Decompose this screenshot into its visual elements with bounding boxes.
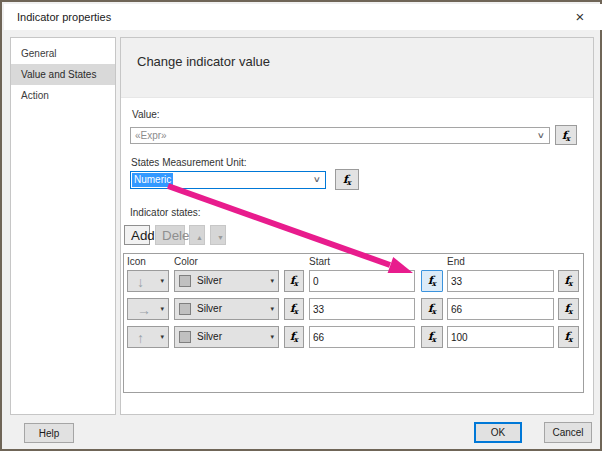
color-expression-button[interactable]: fx xyxy=(284,298,304,320)
start-value-input[interactable] xyxy=(309,298,415,320)
end-value-input[interactable] xyxy=(447,270,554,292)
delete-state-button[interactable]: Delete xyxy=(155,225,185,245)
dropdown-caret-icon: ▾ xyxy=(160,305,164,313)
color-dropdown[interactable]: Silver ▾ xyxy=(174,270,279,292)
screenshot-stage: Indicator properties × General Value and… xyxy=(0,0,602,455)
icon-dropdown[interactable]: → ▾ xyxy=(127,298,169,320)
smu-expression-button[interactable]: fx xyxy=(335,169,359,190)
color-swatch xyxy=(179,331,191,343)
color-swatch xyxy=(179,275,191,287)
value-label: Value: xyxy=(132,109,160,120)
column-header-end: End xyxy=(447,256,465,267)
value-dropdown[interactable]: «Expr» ∨ xyxy=(130,127,550,144)
color-name: Silver xyxy=(197,327,222,347)
title-bar: Indicator properties × xyxy=(4,4,602,30)
indicator-states-table: Icon Color Start End ↓ ▾ Silver ▾ xyxy=(123,253,584,393)
column-header-start: Start xyxy=(309,256,330,267)
end-expression-button[interactable]: fx xyxy=(558,326,579,348)
end-value-input[interactable] xyxy=(447,298,554,320)
dropdown-caret-icon: ▾ xyxy=(160,277,164,285)
start-expression-button-highlighted[interactable]: fx xyxy=(421,270,443,292)
dropdown-caret-icon: ▾ xyxy=(270,333,274,341)
end-value-input[interactable] xyxy=(447,326,554,348)
column-header-icon: Icon xyxy=(127,256,146,267)
down-arrow-icon: ↓ xyxy=(137,272,144,292)
states-measurement-unit-label: States Measurement Unit: xyxy=(131,157,247,168)
page-title: Change indicator value xyxy=(137,54,270,69)
close-icon[interactable]: × xyxy=(564,4,596,30)
start-value-input[interactable] xyxy=(309,326,415,348)
move-state-up-button[interactable]: ▲ xyxy=(189,225,205,245)
value-expression-button[interactable]: fx xyxy=(555,125,577,145)
up-arrow-icon: ↑ xyxy=(137,328,144,348)
sidebar-item-general[interactable]: General xyxy=(11,43,115,64)
chevron-down-icon: ∨ xyxy=(313,176,321,184)
dropdown-caret-icon: ▾ xyxy=(270,305,274,313)
main-panel: Change indicator value Value: «Expr» ∨ f… xyxy=(120,37,594,415)
color-name: Silver xyxy=(197,271,222,291)
sidebar-item-action[interactable]: Action xyxy=(11,85,115,106)
indicator-properties-dialog: Indicator properties × General Value and… xyxy=(0,0,602,451)
down-arrow-icon: ▼ xyxy=(217,234,224,241)
up-arrow-icon: ▲ xyxy=(196,234,203,241)
add-state-button[interactable]: Add xyxy=(124,225,150,245)
start-expression-button[interactable]: fx xyxy=(421,326,443,348)
help-button[interactable]: Help xyxy=(24,423,74,443)
start-value-input[interactable] xyxy=(309,270,415,292)
move-state-down-button[interactable]: ▼ xyxy=(210,225,226,245)
color-swatch xyxy=(179,303,191,315)
color-expression-button[interactable]: fx xyxy=(284,326,304,348)
end-expression-button[interactable]: fx xyxy=(558,298,579,320)
states-measurement-unit-value: Numeric xyxy=(132,173,173,187)
chevron-down-icon: ∨ xyxy=(537,131,545,139)
right-arrow-icon: → xyxy=(137,300,151,320)
icon-dropdown[interactable]: ↑ ▾ xyxy=(127,326,169,348)
value-dropdown-text: «Expr» xyxy=(131,128,167,143)
color-dropdown[interactable]: Silver ▾ xyxy=(174,298,279,320)
dialog-title: Indicator properties xyxy=(17,4,111,30)
page-heading-band: Change indicator value xyxy=(121,38,593,98)
color-name: Silver xyxy=(197,299,222,319)
column-header-color: Color xyxy=(174,256,198,267)
category-sidebar: General Value and States Action xyxy=(10,37,116,415)
end-expression-button[interactable]: fx xyxy=(558,270,579,292)
color-dropdown[interactable]: Silver ▾ xyxy=(174,326,279,348)
cancel-button[interactable]: Cancel xyxy=(544,422,592,443)
start-expression-button[interactable]: fx xyxy=(421,298,443,320)
icon-dropdown[interactable]: ↓ ▾ xyxy=(127,270,169,292)
indicator-states-label: Indicator states: xyxy=(130,207,201,218)
ok-button[interactable]: OK xyxy=(474,422,522,443)
dropdown-caret-icon: ▾ xyxy=(270,277,274,285)
dropdown-caret-icon: ▾ xyxy=(160,333,164,341)
color-expression-button[interactable]: fx xyxy=(284,270,304,292)
states-measurement-unit-dropdown[interactable]: Numeric ∨ xyxy=(130,171,326,189)
sidebar-item-value-and-states[interactable]: Value and States xyxy=(11,64,115,85)
